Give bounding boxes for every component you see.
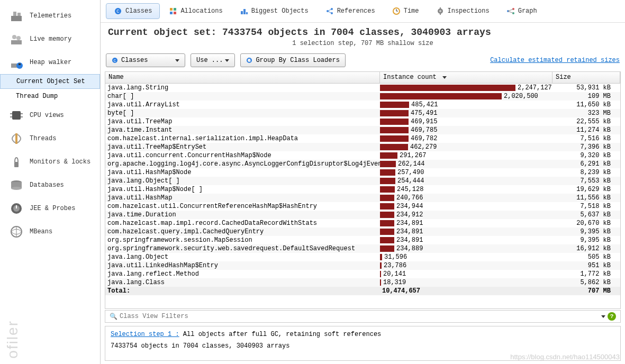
table-row[interactable]: com.hazelcast.query.impl.CachedQueryEntr… — [105, 228, 620, 236]
tab-bar: CClassesAllocationsBiggest ObjectsRefere… — [101, 0, 625, 23]
tab-references[interactable]: References — [318, 3, 383, 19]
help-icon[interactable]: ? — [608, 312, 616, 321]
sidebar-icon — [8, 8, 24, 24]
count-label: 291,267 — [400, 152, 426, 159]
tab-allocations[interactable]: Allocations — [161, 3, 230, 19]
cell-name: org.apache.logging.log4j.core.async.Asyn… — [105, 160, 380, 168]
table-row[interactable]: java.util.HashMap$Node257,4908,239 kB — [105, 168, 620, 177]
table-row[interactable]: java.util.LinkedHashMap$Entry23,786951 k… — [105, 261, 620, 270]
table-row[interactable]: org.springframework.security.web.savedre… — [105, 244, 620, 253]
sidebar-item-cpu-views[interactable]: CPU views — [0, 104, 100, 127]
tab-classes[interactable]: CClasses — [106, 3, 160, 19]
sidebar-item-jee-probes[interactable]: JEE & Probes — [0, 197, 100, 220]
table-row[interactable]: java.util.TreeMap469,91522,555 kB — [105, 117, 620, 126]
count-bar — [380, 85, 515, 91]
page-title: Current object set: 7433754 objects in 7… — [108, 27, 618, 38]
table-row[interactable]: java.util.ArrayList485,42111,650 kB — [105, 101, 620, 109]
tab-label: Allocations — [180, 7, 222, 15]
cell-name: java.util.LinkedHashMap$Entry — [105, 262, 380, 269]
classes-icon: C — [112, 57, 118, 63]
cell-name: java.util.HashMap — [105, 194, 380, 202]
count-label: 234,944 — [396, 203, 423, 210]
count-label: 2,020,500 — [504, 93, 538, 100]
chevron-down-icon — [225, 59, 229, 62]
selection-summary: 7433754 objects in 7004 classes, 3040903… — [111, 342, 615, 350]
table-row[interactable]: java.util.HashMap$Node[ ]245,12819,629 k… — [105, 185, 620, 194]
count-label: 20,141 — [383, 270, 406, 278]
svg-rect-28 — [170, 12, 173, 14]
cell-size: 1,772 kB — [552, 270, 620, 278]
table-row[interactable]: org.springframework.session.MapSession23… — [105, 236, 620, 244]
header: Current object set: 7433754 objects in 7… — [101, 23, 625, 51]
table-row[interactable]: byte[ ]475,491323 MB — [105, 109, 620, 117]
count-bar — [380, 152, 397, 159]
sidebar-subitem-thread-dump[interactable]: Thread Dump — [0, 89, 100, 104]
filter-dropdown-icon[interactable] — [601, 315, 605, 318]
sidebar-subitem-current-object-set[interactable]: Current Object Set — [0, 74, 100, 89]
column-size[interactable]: Size — [552, 72, 620, 83]
cell-name: com.hazelcast.internal.serialization.imp… — [105, 135, 380, 142]
table-row[interactable]: java.lang.Object[ ]254,4447,553 kB — [105, 177, 620, 185]
table-row[interactable]: com.hazelcast.internal.serialization.imp… — [105, 134, 620, 143]
sidebar-item-heap-walker[interactable]: Heap walker — [0, 51, 100, 74]
biggest-icon — [240, 7, 248, 15]
table-row[interactable]: java.lang.reflect.Method20,1411,772 kB — [105, 270, 620, 278]
table-row[interactable]: com.hazelcast.map.impl.record.CachedData… — [105, 219, 620, 228]
column-instance-count[interactable]: Instance count — [380, 72, 552, 83]
table-row[interactable]: java.time.Duration234,9125,637 kB — [105, 211, 620, 219]
tab-graph[interactable]: Graph — [499, 3, 545, 19]
cell-name: com.hazelcast.util.ConcurrentReferenceHa… — [105, 203, 380, 210]
table-row[interactable]: java.lang.Object31,596505 kB — [105, 253, 620, 261]
table-row[interactable]: org.apache.logging.log4j.core.async.Asyn… — [105, 160, 620, 168]
count-bar — [380, 237, 394, 243]
count-label: 485,421 — [411, 101, 438, 108]
table-body[interactable]: java.lang.String2,247,12753,931 kBchar[ … — [105, 84, 620, 308]
sidebar-item-live-memory[interactable]: Live memory — [0, 28, 100, 51]
table-row[interactable]: java.util.TreeMap$EntrySet462,2797,396 k… — [105, 143, 620, 151]
toolbar: C Classes Use ... Group By Class Loaders… — [101, 51, 625, 69]
cell-size: 5,637 kB — [552, 211, 620, 219]
svg-rect-26 — [170, 8, 173, 11]
table-row[interactable]: java.lang.String2,247,12753,931 kB — [105, 84, 620, 92]
classes-combo[interactable]: C Classes — [106, 53, 185, 67]
table-row[interactable]: java.util.concurrent.ConcurrentHashMap$N… — [105, 151, 620, 160]
sidebar-icon — [8, 31, 24, 47]
table-header: Name Instance count Size — [105, 72, 620, 84]
sidebar-item-threads[interactable]: Threads — [0, 127, 100, 150]
svg-rect-27 — [174, 8, 176, 11]
use-button[interactable]: Use ... — [191, 53, 235, 67]
table-row[interactable]: java.util.HashMap240,76611,556 kB — [105, 194, 620, 202]
table-row[interactable]: com.hazelcast.util.ConcurrentReferenceHa… — [105, 202, 620, 211]
count-bar — [380, 93, 502, 99]
cell-name: com.hazelcast.query.impl.CachedQueryEntr… — [105, 228, 380, 235]
group-by-classloaders-button[interactable]: Group By Class Loaders — [240, 53, 345, 67]
cell-size: 53,931 kB — [552, 84, 620, 92]
class-view-filter-input[interactable] — [120, 313, 599, 320]
svg-rect-9 — [12, 111, 21, 120]
count-bar — [380, 212, 394, 218]
table-row[interactable]: java.time.Instant469,78511,274 kB — [105, 126, 620, 134]
sidebar-item-monitors-locks[interactable]: Monitors & locks — [0, 150, 100, 174]
count-label: 234,891 — [396, 220, 423, 227]
svg-rect-15 — [14, 162, 19, 167]
svg-rect-29 — [174, 12, 176, 14]
tab-biggest-objects[interactable]: Biggest Objects — [232, 3, 316, 19]
sidebar-item-telemetries[interactable]: Telemetries — [0, 4, 100, 28]
sidebar-item-databases[interactable]: Databases — [0, 174, 100, 197]
table-row[interactable]: java.lang.Class18,3195,862 kB — [105, 278, 620, 287]
svg-rect-44 — [440, 13, 441, 15]
cell-name: java.util.HashMap$Node — [105, 169, 380, 176]
table-row[interactable]: char[ ]2,020,500109 MB — [105, 92, 620, 101]
use-button-label: Use ... — [196, 57, 223, 64]
tab-time[interactable]: Time — [384, 3, 427, 19]
calculate-retained-sizes-link[interactable]: Calculate estimated retained sizes — [490, 57, 620, 64]
column-name[interactable]: Name — [105, 72, 380, 83]
tab-inspections[interactable]: Inspections — [428, 3, 497, 19]
cell-size: 9,395 kB — [552, 228, 620, 235]
sidebar-icon — [8, 224, 24, 240]
classes-icon: C — [114, 7, 122, 15]
selection-step-link[interactable]: Selection step 1 : — [111, 331, 179, 338]
cell-name: byte[ ] — [105, 110, 380, 117]
sidebar-item-mbeans[interactable]: MBeans — [0, 220, 100, 243]
svg-rect-30 — [241, 11, 243, 14]
